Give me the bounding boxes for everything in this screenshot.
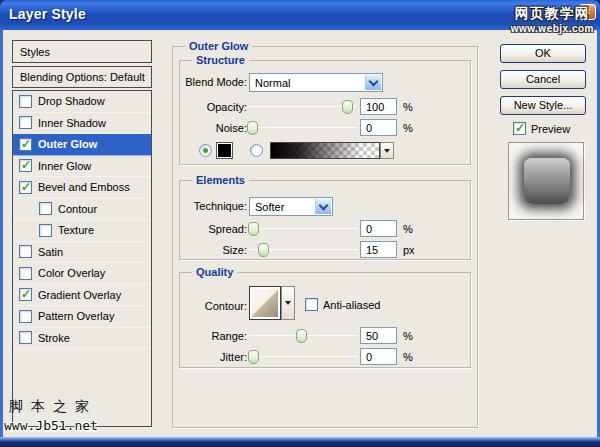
styles-header-box[interactable]: Styles: [12, 40, 152, 63]
contour-dropdown-icon[interactable]: [281, 286, 295, 320]
preview-glow-square: [524, 158, 570, 204]
chevron-down-icon[interactable]: [365, 75, 381, 90]
sidebar-item-label: Satin: [38, 246, 63, 258]
opacity-unit: %: [403, 101, 413, 113]
structure-title: Structure: [192, 54, 249, 66]
style-enable-checkbox[interactable]: [19, 331, 32, 344]
style-enable-checkbox[interactable]: [19, 116, 32, 129]
noise-unit: %: [403, 122, 413, 134]
sidebar-item-label: Bevel and Emboss: [38, 181, 130, 193]
jitter-unit: %: [403, 351, 413, 363]
sidebar-item-label: Inner Glow: [38, 160, 91, 172]
slider-track: [249, 127, 357, 128]
slider-track: [249, 228, 357, 229]
style-enable-checkbox[interactable]: [19, 310, 32, 323]
spread-unit: %: [403, 223, 413, 235]
gradient-radio[interactable]: [250, 144, 263, 157]
size-label: Size:: [127, 244, 247, 256]
slider-knob[interactable]: [258, 243, 269, 257]
elements-title: Elements: [192, 174, 249, 186]
blend-mode-value: Normal: [255, 77, 290, 89]
glow-color-swatch[interactable]: [216, 142, 233, 159]
jitter-slider[interactable]: [249, 350, 357, 364]
spread-label: Spread:: [127, 223, 247, 235]
gradient-dropdown-icon[interactable]: [380, 142, 394, 159]
style-enable-checkbox[interactable]: [39, 224, 52, 237]
title-bar: Layer Style ×: [0, 0, 600, 30]
contour-thumbnail[interactable]: [249, 286, 281, 320]
slider-knob[interactable]: [248, 350, 259, 364]
anti-aliased-label: Anti-aliased: [323, 299, 380, 311]
spread-slider[interactable]: [249, 222, 357, 236]
sidebar-item-label: Stroke: [38, 332, 70, 344]
style-enable-checkbox[interactable]: [19, 159, 32, 172]
sidebar-item-label: Inner Shadow: [38, 117, 106, 129]
style-enable-checkbox[interactable]: [19, 95, 32, 108]
slider-knob[interactable]: [247, 121, 258, 135]
opacity-label: Opacity:: [127, 101, 247, 113]
technique-select[interactable]: Softer: [249, 197, 333, 216]
new-style-button[interactable]: New Style...: [500, 96, 586, 115]
style-enable-checkbox[interactable]: [39, 202, 52, 215]
preview-label: Preview: [531, 123, 570, 135]
range-label: Range:: [127, 330, 247, 342]
jitter-label: Jitter:: [127, 351, 247, 363]
opacity-input[interactable]: 100: [360, 98, 397, 115]
sidebar-item-label: Gradient Overlay: [38, 289, 121, 301]
gradient-preview-bar[interactable]: [270, 142, 380, 159]
close-icon[interactable]: ×: [579, 4, 596, 20]
sidebar-item-label: Texture: [58, 224, 94, 236]
blend-mode-label: Blend Mode:: [127, 76, 247, 88]
style-preview-thumbnail: [508, 142, 584, 220]
style-enable-checkbox[interactable]: [19, 138, 32, 151]
sidebar-item-outer-glow[interactable]: Outer Glow: [13, 134, 151, 156]
range-input[interactable]: 50: [360, 327, 397, 344]
sidebar-item-label: Color Overlay: [38, 267, 105, 279]
preview-checkbox[interactable]: [513, 122, 526, 135]
dialog-body: Styles Blending Options: Default Drop Sh…: [3, 30, 597, 437]
spread-input[interactable]: 0: [360, 220, 397, 237]
slider-knob[interactable]: [342, 100, 353, 114]
sidebar-item-bevel-and-emboss[interactable]: Bevel and Emboss: [13, 177, 151, 199]
style-list: Drop ShadowInner ShadowOuter GlowInner G…: [12, 90, 152, 427]
sidebar-item-label: Pattern Overlay: [38, 310, 114, 322]
technique-value: Softer: [255, 201, 284, 213]
slider-track: [249, 356, 357, 357]
style-enable-checkbox[interactable]: [19, 267, 32, 280]
noise-label: Noise:: [127, 122, 247, 134]
range-unit: %: [403, 330, 413, 342]
window-title: Layer Style: [9, 6, 86, 22]
jitter-input[interactable]: 0: [360, 348, 397, 365]
layer-style-dialog: Layer Style × 网页教学网 www.webjx.com Styles…: [0, 0, 600, 447]
size-unit: px: [403, 244, 415, 256]
anti-aliased-checkbox[interactable]: [305, 298, 318, 311]
sidebar-item-label: Outer Glow: [38, 138, 97, 150]
style-enable-checkbox[interactable]: [19, 245, 32, 258]
cancel-button[interactable]: Cancel: [500, 70, 586, 89]
technique-label: Technique:: [127, 200, 247, 212]
sidebar-item-inner-glow[interactable]: Inner Glow: [13, 156, 151, 178]
blend-mode-select[interactable]: Normal: [249, 73, 383, 92]
noise-slider[interactable]: [249, 121, 357, 135]
sidebar-item-label: Contour: [58, 203, 97, 215]
contour-label: Contour:: [127, 300, 247, 312]
opacity-slider[interactable]: [249, 100, 357, 114]
ok-button[interactable]: OK: [500, 44, 586, 63]
style-enable-checkbox[interactable]: [19, 288, 32, 301]
noise-input[interactable]: 0: [360, 119, 397, 136]
sidebar-item-color-overlay[interactable]: Color Overlay: [13, 263, 151, 285]
sidebar-item-label: Drop Shadow: [38, 95, 105, 107]
window-bottom-border: [0, 437, 600, 447]
styles-header-label: Styles: [20, 46, 50, 58]
slider-knob[interactable]: [248, 222, 259, 236]
slider-track: [249, 106, 357, 107]
style-enable-checkbox[interactable]: [19, 181, 32, 194]
quality-title: Quality: [192, 266, 237, 278]
range-slider[interactable]: [249, 329, 357, 343]
slider-knob[interactable]: [296, 329, 307, 343]
chevron-down-icon[interactable]: [315, 199, 331, 214]
color-radio[interactable]: [199, 144, 212, 157]
panel-title: Outer Glow: [185, 40, 252, 52]
size-slider[interactable]: [249, 243, 357, 257]
size-input[interactable]: 15: [360, 241, 397, 258]
